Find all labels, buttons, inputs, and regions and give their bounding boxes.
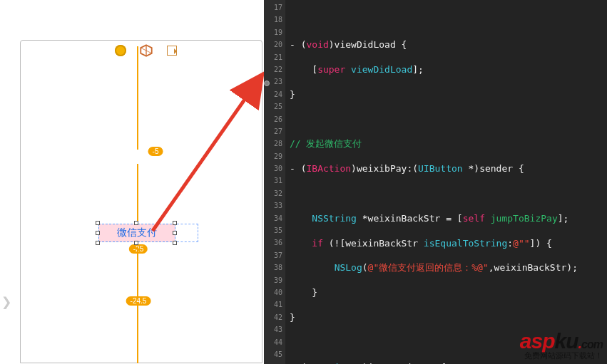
line-number[interactable]: 37	[264, 249, 282, 261]
line-number[interactable]: 24	[264, 88, 282, 100]
line-number-gutter[interactable]: 17 18 19 20 21 22 23 24 25 26 27 28 29 3…	[264, 0, 285, 364]
line-number[interactable]: 35	[264, 224, 282, 236]
line-number[interactable]: 43	[264, 323, 282, 336]
line-number[interactable]: 27	[264, 125, 282, 137]
line-number[interactable]: 41	[264, 298, 282, 311]
code-text-area[interactable]: - (void)viewDidLoad { [super viewDidLoad…	[285, 0, 607, 364]
line-number[interactable]: 45	[264, 348, 282, 360]
line-number[interactable]: 19	[264, 26, 282, 38]
line-number[interactable]: 29	[264, 150, 282, 162]
identity-inspector-icon[interactable]	[114, 44, 127, 57]
line-number[interactable]: 34	[264, 212, 282, 224]
line-number[interactable]: 31	[264, 175, 282, 187]
resize-handle[interactable]	[134, 241, 138, 245]
resize-handle[interactable]	[96, 221, 100, 225]
constraint-badge-top[interactable]: -5	[148, 147, 163, 156]
resize-extension[interactable]	[177, 224, 198, 242]
selected-button-wrap: 微信支付	[91, 221, 198, 245]
cube-icon[interactable]	[140, 44, 153, 57]
line-number[interactable]: 39	[264, 274, 282, 286]
interface-builder-pane: -5 -25 -24.5 微信支付 ❯	[0, 0, 264, 364]
resize-handle[interactable]	[173, 231, 177, 235]
line-number[interactable]: 42	[264, 311, 282, 323]
line-number[interactable]: 44	[264, 336, 282, 348]
line-number[interactable]: 33	[264, 199, 282, 212]
resize-handle[interactable]	[173, 221, 177, 225]
line-number[interactable]: 22	[264, 63, 282, 76]
code-editor-pane: 17 18 19 20 21 22 23 24 25 26 27 28 29 3…	[264, 0, 607, 364]
line-number[interactable]: 30	[264, 162, 282, 175]
exit-icon[interactable]	[165, 44, 178, 57]
line-number[interactable]: 36	[264, 236, 282, 249]
line-number[interactable]: 17	[264, 1, 282, 14]
breakpoint-connection-icon[interactable]	[264, 80, 270, 86]
constraint-guide-mid[interactable]	[137, 164, 138, 221]
resize-handle[interactable]	[96, 231, 100, 235]
constraint-badge-mid[interactable]: -25	[129, 244, 148, 254]
line-number[interactable]: 21	[264, 51, 282, 63]
line-number[interactable]: 26	[264, 113, 282, 125]
constraint-guide-top[interactable]	[137, 46, 138, 150]
device-frame[interactable]	[20, 40, 262, 363]
line-number[interactable]: 40	[264, 286, 282, 298]
line-number[interactable]: 18	[264, 14, 282, 26]
expand-chevron-icon[interactable]: ❯	[1, 292, 11, 313]
constraint-badge-bot[interactable]: -24.5	[126, 296, 151, 306]
resize-handle[interactable]	[134, 221, 138, 225]
resize-handle[interactable]	[173, 241, 177, 245]
line-number[interactable]: 20	[264, 38, 282, 51]
line-number[interactable]: 25	[264, 100, 282, 113]
line-number[interactable]: 28	[264, 137, 282, 150]
wechat-pay-button[interactable]: 微信支付	[98, 224, 175, 242]
resize-handle[interactable]	[96, 241, 100, 245]
line-number[interactable]: 38	[264, 261, 282, 274]
ib-object-toolbar	[114, 44, 178, 57]
line-number[interactable]: 32	[264, 187, 282, 199]
